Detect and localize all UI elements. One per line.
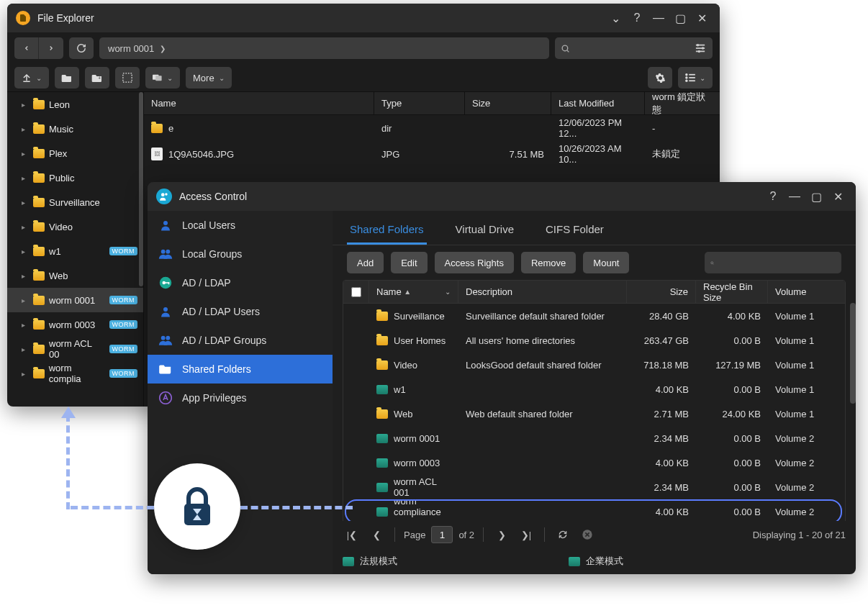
table-row[interactable]: Video LooksGood default shared folder 71…	[343, 353, 845, 377]
close-icon[interactable]: ✕	[692, 9, 711, 27]
new-shared-folder-button[interactable]: +	[85, 67, 109, 89]
file-row[interactable]: e dir 12/06/2023 PM 12... -	[144, 115, 720, 141]
folder-tree[interactable]: ▸ Leon ▸ Music ▸ Plex ▸ Public ▸ Surveil…	[7, 92, 144, 407]
sort-asc-icon: ▲	[404, 288, 411, 296]
col-last-modified[interactable]: Last Modified	[551, 92, 645, 114]
table-row[interactable]: worm 0003 4.00 KB 0.00 B Volume 2	[343, 450, 845, 475]
table-row[interactable]: worm compliance ... 4.00 KB 0.00 B Volum…	[343, 499, 845, 521]
collapse-icon[interactable]: ⌄	[606, 9, 625, 27]
tree-item[interactable]: ▸ worm 0003 WORM	[7, 312, 143, 337]
select-all-checkbox[interactable]	[351, 287, 361, 297]
sidebar-item[interactable]: Local Groups	[148, 240, 333, 268]
tree-item[interactable]: ▸ Leon	[7, 92, 143, 117]
tree-item[interactable]: ▸ Web	[7, 263, 143, 288]
page-label: Page	[404, 530, 425, 540]
tree-item[interactable]: ▸ Surveillance	[7, 190, 143, 214]
app-icon	[158, 391, 173, 404]
clear-button[interactable]	[578, 525, 597, 544]
folder-icon	[376, 409, 388, 419]
sidebar-item[interactable]: AD / LDAP Users	[148, 297, 333, 326]
file-name: 1Q9A5046.JPG	[168, 149, 234, 160]
minimize-icon[interactable]: —	[649, 9, 668, 27]
table-row[interactable]: Surveillance Surveillance default shared…	[343, 304, 845, 328]
edit-button[interactable]: Edit	[391, 252, 427, 273]
col-description[interactable]: Description	[458, 281, 627, 303]
breadcrumb[interactable]: worm 0001 ❯	[99, 37, 549, 59]
col-volume[interactable]: Volume	[768, 281, 845, 303]
tree-item[interactable]: ▸ Music	[7, 117, 143, 141]
sidebar-item[interactable]: Local Users	[148, 211, 333, 240]
refresh-button[interactable]	[69, 37, 94, 59]
folder-icon	[151, 124, 163, 133]
sidebar-item[interactable]: App Privileges	[148, 384, 333, 412]
table-row[interactable]: User Homes All users' home directories 2…	[343, 328, 845, 353]
search-options-button[interactable]	[688, 37, 713, 59]
maximize-icon[interactable]: ▢	[807, 187, 826, 206]
tree-item[interactable]: ▸ Video	[7, 214, 143, 239]
refresh-button[interactable]	[553, 525, 572, 544]
tree-item[interactable]: ▸ Plex	[7, 141, 143, 165]
sidebar-item[interactable]: AD / LDAP	[148, 268, 333, 297]
col-size[interactable]: Size	[627, 281, 696, 303]
folder-icon	[33, 149, 45, 158]
remove-button[interactable]: Remove	[521, 252, 576, 273]
new-folder-button[interactable]	[55, 67, 79, 89]
scrollbar-thumb[interactable]	[139, 92, 143, 286]
sidebar-item[interactable]: AD / LDAP Groups	[148, 326, 333, 355]
row-recycle-bin-size: 24.00 KB	[696, 401, 768, 426]
col-type[interactable]: Type	[374, 92, 465, 114]
close-icon[interactable]: ✕	[828, 187, 847, 206]
upload-button[interactable]: ⌄	[14, 67, 49, 89]
tree-item[interactable]: ▸ worm ACL 00 WORM	[7, 337, 143, 361]
file-row[interactable]: 🖼1Q9A5046.JPG JPG 7.51 MB 10/26/2023 AM …	[144, 141, 720, 167]
tree-item[interactable]: ▸ w1 WORM	[7, 239, 143, 263]
svg-point-5	[697, 44, 700, 47]
page-first-button[interactable]: |❮	[343, 525, 361, 544]
table-row[interactable]: Web Web default shared folder 2.71 MB 24…	[343, 401, 845, 426]
more-button[interactable]: More ⌄	[186, 67, 232, 89]
minimize-icon[interactable]: —	[785, 187, 804, 206]
col-checkbox[interactable]	[343, 281, 369, 303]
forward-button[interactable]	[39, 37, 63, 59]
settings-button[interactable]	[648, 67, 672, 89]
tree-item-label: worm 0001	[49, 295, 95, 306]
dashed-line-vertical	[66, 414, 70, 509]
tab-virtual-drive[interactable]: Virtual Drive	[453, 223, 517, 245]
col-size[interactable]: Size	[465, 92, 551, 114]
chevron-down-icon[interactable]: ⌄	[445, 288, 451, 296]
nav-buttons	[14, 37, 63, 59]
help-icon[interactable]: ?	[628, 9, 646, 27]
tree-item[interactable]: ▸ Public	[7, 165, 143, 190]
search-input[interactable]	[714, 258, 836, 268]
add-button[interactable]: Add	[347, 252, 384, 273]
back-button[interactable]	[14, 37, 39, 59]
page-next-button[interactable]: ❯	[492, 525, 511, 544]
col-worm-state[interactable]: worm 鎖定狀態	[645, 92, 720, 114]
page-input[interactable]	[431, 526, 453, 543]
table-row[interactable]: worm 0001 2.34 MB 0.00 B Volume 2	[343, 426, 845, 450]
search-input[interactable]	[574, 43, 682, 54]
sidebar-item[interactable]: Shared Folders	[148, 355, 333, 384]
row-recycle-bin-size: 0.00 B	[696, 426, 768, 450]
table-row[interactable]: w1 4.00 KB 0.00 B Volume 1	[343, 377, 845, 401]
mount-button[interactable]: Mount	[583, 252, 629, 273]
maximize-icon[interactable]: ▢	[671, 9, 690, 27]
svg-rect-16	[689, 77, 695, 78]
view-mode-button[interactable]: ⌄	[678, 67, 713, 89]
access-rights-button[interactable]: Access Rights	[435, 252, 514, 273]
copy-to-button[interactable]: ⌄	[145, 67, 180, 89]
tree-item[interactable]: ▸ worm 0001 WORM	[7, 288, 143, 312]
col-name[interactable]: Name	[144, 92, 374, 114]
select-all-button[interactable]	[115, 67, 140, 89]
col-recycle-bin-size[interactable]: Recycle Bin Size	[696, 281, 768, 303]
page-prev-button[interactable]: ❮	[367, 525, 386, 544]
tree-item[interactable]: ▸ worm complia WORM	[7, 361, 143, 386]
page-last-button[interactable]: ❯|	[517, 525, 535, 544]
col-name[interactable]: Name ▲⌄	[369, 281, 458, 303]
tab-shared-folders[interactable]: Shared Folders	[347, 223, 427, 245]
svg-text:+: +	[98, 76, 101, 81]
help-icon[interactable]: ?	[764, 187, 782, 206]
scrollbar-thumb[interactable]	[850, 303, 856, 404]
group-icon	[158, 334, 173, 347]
tab-cifs-folder[interactable]: CIFS Folder	[543, 223, 607, 245]
